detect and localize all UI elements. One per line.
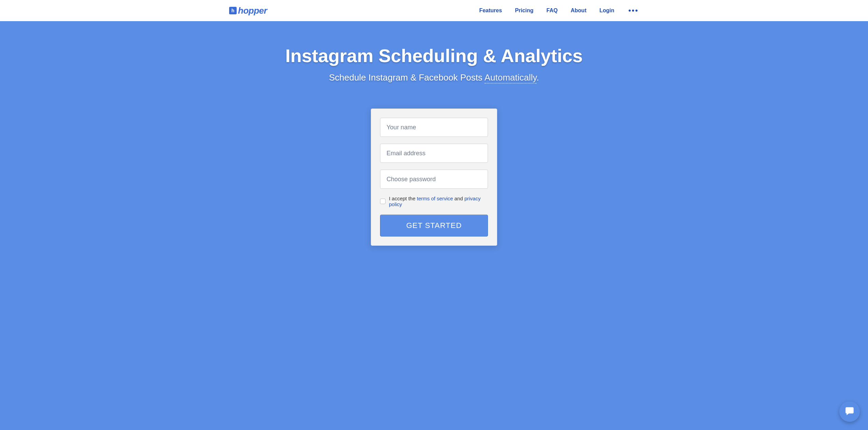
terms-prefix: I accept the [389, 196, 417, 201]
hero-subtitle-underlined: Automatically [485, 72, 537, 84]
get-started-button[interactable]: GET STARTED [380, 215, 488, 236]
header: h hopper Features Pricing FAQ About Logi… [215, 0, 653, 21]
nav-links: Features Pricing FAQ About Login [479, 8, 639, 14]
terms-of-service-link[interactable]: terms of service [417, 196, 453, 201]
password-input[interactable] [380, 170, 488, 189]
email-input[interactable] [380, 144, 488, 163]
terms-row: I accept the terms of service and privac… [380, 196, 488, 207]
chat-icon [844, 406, 855, 417]
nav-about[interactable]: About [571, 8, 586, 14]
hero: Instagram Scheduling & Analytics Schedul… [0, 21, 868, 430]
hero-subtitle-suffix: . [536, 72, 539, 83]
logo-icon: h [229, 7, 237, 14]
name-input[interactable] [380, 118, 488, 137]
terms-and: and [453, 196, 464, 201]
more-menu-icon[interactable] [627, 8, 639, 13]
terms-text: I accept the terms of service and privac… [389, 196, 488, 207]
nav-pricing[interactable]: Pricing [515, 8, 533, 14]
hero-subtitle-prefix: Schedule Instagram & Facebook Posts [329, 72, 484, 83]
chat-widget-button[interactable] [839, 401, 860, 422]
nav-login[interactable]: Login [599, 8, 614, 14]
logo[interactable]: h hopper [229, 5, 267, 16]
terms-checkbox[interactable] [380, 199, 386, 204]
signup-card: I accept the terms of service and privac… [371, 109, 497, 246]
hero-title: Instagram Scheduling & Analytics [7, 45, 861, 66]
nav-faq[interactable]: FAQ [546, 8, 558, 14]
logo-text: hopper [238, 5, 267, 16]
hero-subtitle: Schedule Instagram & Facebook Posts Auto… [7, 72, 861, 83]
nav-features[interactable]: Features [479, 8, 502, 14]
